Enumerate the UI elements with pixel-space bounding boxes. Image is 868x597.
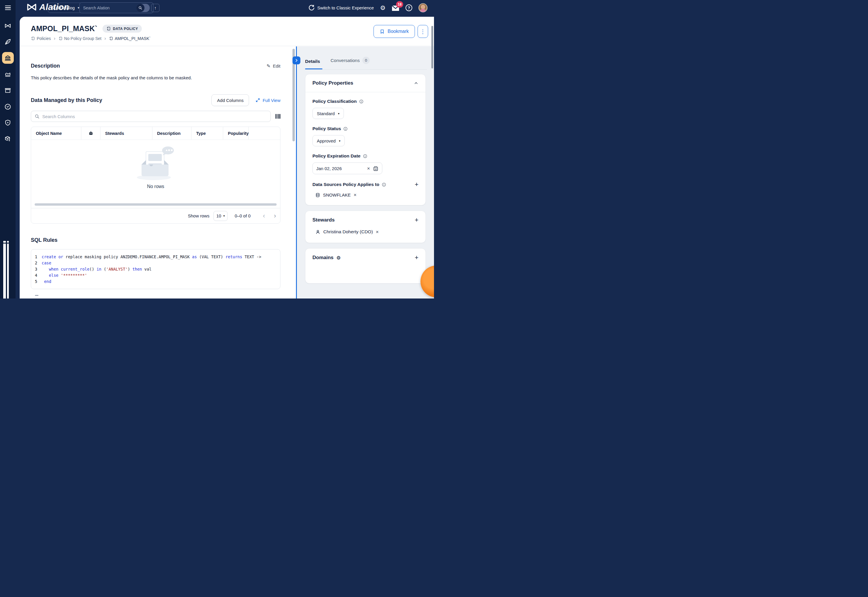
chevron-right-icon: › — [54, 36, 55, 41]
svg-text:12: 12 — [375, 168, 377, 171]
info-icon[interactable] — [359, 99, 363, 104]
sidebar-item-analytics[interactable] — [2, 68, 14, 80]
search-mode-toggle[interactable] — [136, 4, 150, 12]
tab-details-label: Details — [305, 59, 320, 64]
sidebar-item-curation[interactable] — [2, 36, 14, 48]
data-policy-badge: DATA POLICY — [102, 25, 142, 33]
column-header-object-name[interactable]: Object Name — [31, 127, 81, 140]
column-picker-icon[interactable] — [276, 114, 280, 119]
window-scrollbar[interactable] — [431, 26, 433, 68]
bookmark-button[interactable]: Bookmark — [373, 25, 415, 38]
chevron-right-icon — [294, 58, 299, 62]
notifications-mail[interactable]: 18 — [392, 5, 399, 11]
table-body: No rows — [31, 140, 280, 208]
left-icon-rail — [0, 16, 16, 298]
policy-scroll-icon — [109, 36, 113, 40]
previous-page-button[interactable]: ‹ — [263, 212, 265, 220]
sidebar-item-products[interactable] — [2, 133, 14, 144]
remove-data-source-icon[interactable]: × — [354, 192, 357, 198]
breadcrumb-item-group[interactable]: No Policy Group Set — [58, 36, 102, 41]
status-label: Policy Status — [313, 126, 341, 131]
add-columns-button[interactable]: Add Columns — [212, 94, 249, 106]
domains-gear-icon[interactable]: ⚙ — [336, 255, 341, 261]
shield-star-icon — [4, 119, 11, 126]
classification-dropdown[interactable]: Standard ▾ — [313, 108, 344, 119]
breadcrumb-item-policies[interactable]: Policies — [31, 36, 51, 41]
info-icon[interactable] — [363, 154, 367, 158]
panel-tabs: Details Conversations 0 — [305, 53, 376, 69]
data-sources-label: Data Sources Policy Applies to — [313, 182, 379, 187]
robot-icon — [88, 131, 94, 136]
more-actions-button[interactable]: ⋮ — [418, 25, 428, 38]
steward-name[interactable]: Christina Doherty (CDO) — [323, 229, 373, 235]
add-domain-button[interactable]: + — [415, 254, 418, 261]
settings-gear-icon[interactable]: ⚙ — [380, 5, 385, 11]
sidebar-item-governance[interactable] — [2, 52, 14, 64]
column-header-automation[interactable] — [81, 127, 101, 140]
description-heading: Description — [31, 63, 60, 69]
search-columns-field[interactable] — [31, 111, 271, 122]
panel-content: Policy Properties Policy Classification … — [305, 74, 426, 298]
column-header-description[interactable]: Description — [153, 127, 191, 140]
help-icon[interactable]: ? — [406, 4, 412, 11]
tab-conversations[interactable]: Conversations 0 — [326, 57, 376, 69]
chevron-right-icon: › — [104, 36, 106, 41]
sql-code-block: 1create or replace masking policy ANZDEM… — [31, 249, 280, 289]
table-header-row: Object Name Stewards — [31, 127, 280, 140]
search-columns-input[interactable] — [42, 114, 267, 119]
data-source-name[interactable]: SNOWFLAKE — [323, 192, 351, 198]
breadcrumb-label: AMPOL_PI_MASK` — [115, 36, 151, 41]
chevron-up-icon[interactable] — [414, 81, 418, 86]
pagination-range: 0–0 of 0 — [235, 213, 250, 218]
next-page-button[interactable]: › — [274, 212, 276, 220]
policy-scroll-icon — [58, 36, 62, 40]
global-search[interactable]: ↑ — [79, 2, 154, 13]
column-header-stewards[interactable]: Stewards — [101, 127, 153, 140]
user-avatar[interactable] — [418, 3, 428, 12]
edit-description-button[interactable]: ✎ Edit — [267, 63, 280, 69]
horizontal-scrollbar[interactable] — [35, 203, 277, 206]
page-size-value: 10 — [216, 213, 221, 218]
breadcrumb-item-current[interactable]: AMPOL_PI_MASK` — [109, 36, 151, 41]
policy-properties-heading: Policy Properties — [313, 80, 353, 86]
details-panel: Details Conversations 0 Policy Propertie… — [297, 46, 434, 298]
top-navbar: Alation Full Catalog ▾ ↑ Switch — [0, 0, 434, 16]
remove-steward-icon[interactable]: × — [376, 229, 379, 235]
full-catalog-label: Full Catalog — [52, 6, 75, 10]
bowtie-icon — [4, 22, 11, 29]
sidebar-item-security[interactable] — [2, 117, 14, 128]
add-data-source-button[interactable]: + — [415, 181, 418, 188]
global-search-input[interactable] — [83, 6, 136, 10]
status-dropdown[interactable]: Approved ▾ — [313, 135, 345, 146]
info-icon[interactable] — [382, 183, 386, 187]
no-rows-text: No rows — [147, 184, 164, 189]
column-header-type[interactable]: Type — [191, 127, 223, 140]
full-view-link[interactable]: Full View — [255, 98, 280, 103]
hamburger-menu-icon[interactable] — [5, 6, 11, 10]
breadcrumb-label: No Policy Group Set — [64, 36, 102, 41]
info-icon[interactable] — [343, 127, 348, 131]
column-header-popularity[interactable]: Popularity — [223, 127, 249, 140]
code-line: 4 else '*********' — [31, 272, 280, 279]
switch-classic-link[interactable]: Switch to Classic Experience — [308, 5, 374, 11]
empty-inbox-illustration — [136, 146, 175, 181]
calendar-icon[interactable]: 12 — [373, 166, 379, 171]
add-steward-button[interactable]: + — [415, 217, 418, 223]
conversations-count-badge: 0 — [362, 57, 370, 64]
search-submit-button[interactable]: ↑ — [151, 4, 160, 12]
tab-conversations-label: Conversations — [330, 58, 360, 63]
expiration-date-field[interactable]: Jan 02, 2026 × 12 — [313, 162, 382, 174]
page-size-select[interactable]: 10 ▾ — [213, 211, 228, 221]
full-catalog-dropdown[interactable]: Full Catalog ▾ — [48, 3, 83, 13]
bookmark-icon — [380, 29, 385, 34]
collapse-panel-button[interactable] — [292, 56, 301, 64]
sidebar-item-marketplace[interactable] — [2, 84, 14, 96]
clear-date-icon[interactable]: × — [367, 166, 370, 171]
sidebar-item-trust[interactable] — [2, 101, 14, 112]
sidebar-item-catalog[interactable] — [2, 20, 14, 31]
bank-icon — [4, 55, 11, 61]
person-icon — [316, 229, 320, 235]
alation-app: Alation Full Catalog ▾ ↑ Switch — [0, 0, 434, 298]
empty-state: No rows — [31, 146, 280, 189]
tab-details[interactable]: Details — [305, 59, 326, 69]
